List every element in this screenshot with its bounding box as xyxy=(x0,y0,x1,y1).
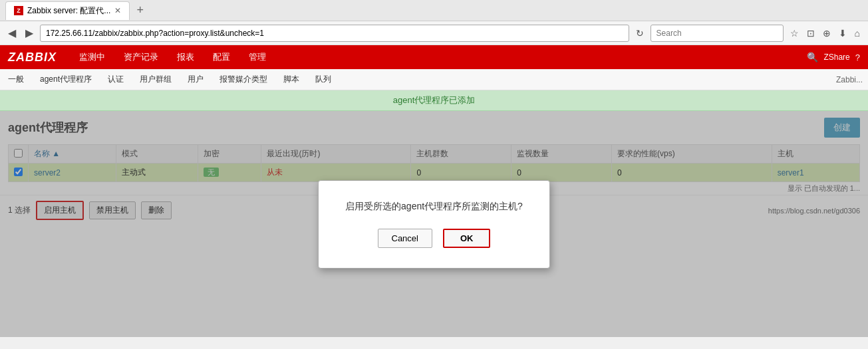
notification-bar: agent代理程序已添加 xyxy=(0,90,868,111)
zabbix-logo: ZABBIX xyxy=(8,51,57,64)
subnav-auth[interactable]: 认证 xyxy=(105,72,126,86)
reload-button[interactable]: ↻ xyxy=(633,27,647,40)
dialog-message: 启用受所选的agent代理程序所监测的主机? xyxy=(345,201,523,213)
tab-favicon: Z xyxy=(14,6,23,15)
browser-titlebar: Z Zabbix server: 配置代... ✕ + xyxy=(0,0,868,21)
browser-addressbar: ◀ ▶ ↻ ☆ ⊡ ⊕ ⬇ ⌂ xyxy=(0,21,868,45)
new-tab-button[interactable]: + xyxy=(134,3,146,17)
nav-item-assets[interactable]: 资产记录 xyxy=(121,50,161,64)
share-button[interactable]: ZShare xyxy=(823,53,849,62)
dialog-ok-button[interactable]: OK xyxy=(443,229,491,248)
download-icon[interactable]: ⬇ xyxy=(836,27,849,40)
back-button[interactable]: ◀ xyxy=(5,25,19,41)
nav-item-admin[interactable]: 管理 xyxy=(246,50,269,64)
zabbix-app: ZABBIX 监测中 资产记录 报表 配置 管理 🔍 ZShare ? 一般 a… xyxy=(0,45,868,337)
tab-close-btn[interactable]: ✕ xyxy=(114,6,121,15)
tab-area: Z Zabbix server: 配置代... ✕ + xyxy=(5,1,863,20)
topnav: ZABBIX 监测中 资产记录 报表 配置 管理 🔍 ZShare ? xyxy=(0,45,868,69)
subnav-usergroups[interactable]: 用户群组 xyxy=(137,72,174,86)
browser-icons: ☆ ⊡ ⊕ ⬇ ⌂ xyxy=(788,27,863,40)
subnav-queue[interactable]: 队列 xyxy=(313,72,334,86)
topnav-right: 🔍 ZShare ? xyxy=(807,52,860,62)
subnav-general[interactable]: 一般 xyxy=(5,72,27,86)
nav-item-config[interactable]: 配置 xyxy=(210,50,233,64)
forward-button[interactable]: ▶ xyxy=(23,25,36,41)
nav-item-monitor[interactable]: 监测中 xyxy=(76,50,108,64)
dialog-box: 启用受所选的agent代理程序所监测的主机? Cancel OK xyxy=(318,180,550,269)
address-input[interactable] xyxy=(40,25,629,42)
subnav-users[interactable]: 用户 xyxy=(185,72,206,86)
tab-title: Zabbix server: 配置代... xyxy=(27,5,110,17)
search-input[interactable] xyxy=(651,25,784,42)
search-icon[interactable]: 🔍 xyxy=(807,52,818,62)
subnav-agent-proxy[interactable]: agent代理程序 xyxy=(37,72,94,86)
active-tab[interactable]: Z Zabbix server: 配置代... ✕ xyxy=(5,1,130,20)
subnav: 一般 agent代理程序 认证 用户群组 用户 报警媒介类型 脚本 队列 Zab… xyxy=(0,69,868,90)
nav-item-reports[interactable]: 报表 xyxy=(174,50,197,64)
dialog-overlay: 启用受所选的agent代理程序所监测的主机? Cancel OK xyxy=(0,111,868,337)
subnav-scripts[interactable]: 脚本 xyxy=(281,72,302,86)
dialog-cancel-button[interactable]: Cancel xyxy=(378,229,432,248)
star-icon[interactable]: ☆ xyxy=(788,27,801,40)
help-button[interactable]: ? xyxy=(855,53,860,62)
content-area: agent代理程序 创建 名称 ▲ 模式 加密 最近出现(历时) 主机群数 监视… xyxy=(0,111,868,337)
shield-icon[interactable]: ⊕ xyxy=(820,27,833,40)
dialog-buttons: Cancel OK xyxy=(345,229,523,248)
subnav-right-text: Zabbi... xyxy=(836,75,863,84)
home-icon[interactable]: ⌂ xyxy=(852,27,863,40)
notification-message: agent代理程序已添加 xyxy=(393,95,476,105)
bookmark-icon[interactable]: ⊡ xyxy=(804,27,817,40)
subnav-alertmedia[interactable]: 报警媒介类型 xyxy=(217,72,270,86)
